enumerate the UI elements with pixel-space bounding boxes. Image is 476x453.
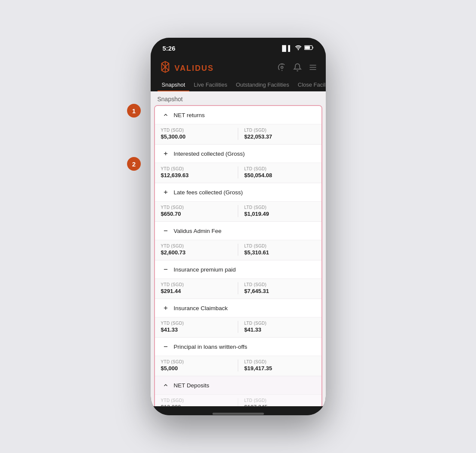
interest-ltd-label: LTD (SGD) (244, 166, 315, 171)
filter-icon[interactable] (278, 63, 286, 74)
svg-point-7 (281, 66, 283, 68)
claimback-header[interactable]: Insurance Claimback (155, 299, 321, 317)
annotation-1: 1 (127, 104, 141, 118)
minus-icon-principal (161, 342, 170, 351)
late-fees-ytd-value: $650.70 (161, 211, 232, 217)
net-deposits-ltd-value: $197,345 (244, 404, 315, 406)
admin-fee-values: YTD (SGD) $2,600.73 LTD (SGD) $5,310.61 (155, 240, 321, 260)
principal-ltd-value: $19,417.35 (244, 365, 315, 371)
insurance-ytd-label: YTD (SGD) (161, 282, 232, 287)
late-fees-ytd-label: YTD (SGD) (161, 205, 232, 210)
admin-fee-ltd-label: LTD (SGD) (244, 244, 315, 248)
net-deposits-ytd: YTD (SGD) $13,000 (161, 398, 239, 406)
status-time: 5:26 (163, 45, 176, 52)
admin-fee-label: Validus Admin Fee (174, 228, 222, 234)
insurance-premium-label: Insurance premium paid (174, 266, 236, 273)
interest-collected-header[interactable]: Interested collected (Gross) (155, 145, 321, 163)
net-deposits-ltd: LTD (SGD) $197,345 (238, 398, 315, 406)
principal-ytd-label: YTD (SGD) (161, 359, 232, 364)
plus-icon-latefees (161, 187, 170, 197)
late-fees-ltd-label: LTD (SGD) (244, 205, 315, 210)
late-fees-values: YTD (SGD) $650.70 LTD (SGD) $1,019.49 (155, 202, 321, 222)
battery-icon (304, 45, 314, 51)
menu-icon[interactable] (309, 63, 317, 74)
svg-point-0 (297, 49, 299, 50)
svg-rect-2 (312, 46, 313, 48)
principal-writeoffs-header[interactable]: Principal in loans written-offs (155, 338, 321, 356)
status-bar: 5:26 ▐▌▌ (151, 38, 326, 57)
principal-ltd-label: LTD (SGD) (244, 359, 315, 364)
home-indicator (151, 406, 326, 415)
net-returns-header[interactable]: NET returns (155, 106, 321, 124)
late-fees-ltd: LTD (SGD) $1,019.49 (238, 205, 315, 217)
admin-fee-header[interactable]: Validus Admin Fee (155, 222, 321, 240)
logo-text: VALIDUS (175, 64, 214, 73)
plus-icon-claimback (161, 303, 170, 313)
net-returns-ltd-label: LTD (SGD) (244, 128, 315, 133)
net-returns-ytd: YTD (SGD) $5,300.00 (161, 128, 239, 140)
net-returns-label: NET returns (174, 112, 205, 118)
late-fees-ltd-value: $1,019.49 (244, 211, 315, 217)
validus-logo-symbol (159, 61, 171, 76)
minus-icon-insurance (161, 265, 170, 274)
annotation-label: 1 (132, 107, 136, 115)
annotation-2: 2 (127, 157, 141, 171)
interest-collected-values: YTD (SGD) $12,639.63 LTD (SGD) $50,054.0… (155, 163, 321, 183)
tab-close-facilities[interactable]: Close Facili... (294, 79, 326, 91)
net-returns-values: YTD (SGD) $5,300.00 LTD (SGD) $22,053.37 (155, 124, 321, 145)
insurance-ytd: YTD (SGD) $291.44 (161, 282, 239, 294)
notification-icon[interactable] (293, 63, 302, 74)
claimback-ytd-label: YTD (SGD) (161, 321, 232, 326)
late-fees-header[interactable]: Late fees collected (Gross) (155, 183, 321, 202)
net-returns-ltd: LTD (SGD) $22,053.37 (238, 128, 315, 140)
insurance-ltd-label: LTD (SGD) (244, 282, 315, 287)
net-returns-ytd-label: YTD (SGD) (161, 128, 232, 133)
plus-icon-interest (161, 149, 170, 158)
nav-tabs: Snapshot Live Facilities Outstanding Fac… (151, 76, 326, 91)
interest-ytd-value: $12,639.63 (161, 172, 232, 178)
insurance-ytd-value: $291.44 (161, 288, 232, 294)
interest-ytd-label: YTD (SGD) (161, 166, 232, 171)
interest-ltd: LTD (SGD) $50,054.08 (238, 166, 315, 178)
principal-writeoffs-values: YTD (SGD) $5,000 LTD (SGD) $19,417.35 (155, 356, 321, 376)
header-icons (278, 63, 317, 74)
insurance-premium-header[interactable]: Insurance premium paid (155, 260, 321, 279)
net-returns-ytd-value: $5,300.00 (161, 133, 232, 140)
chevron-up-icon (161, 110, 170, 120)
logo-area: VALIDUS (159, 61, 214, 76)
page-content: Snapshot NET returns YTD (SGD) (151, 91, 326, 406)
claimback-values: YTD (SGD) $41.33 LTD (SGD) $41.33 (155, 317, 321, 338)
net-deposits-label: NET Deposits (174, 382, 209, 389)
home-bar (212, 413, 264, 415)
late-fees-label: Late fees collected (Gross) (174, 189, 243, 196)
interest-ltd-value: $50,054.08 (244, 172, 315, 178)
claimback-ltd-value: $41.33 (244, 326, 315, 333)
svg-rect-3 (305, 46, 310, 49)
claimback-label: Insurance Claimback (174, 305, 228, 311)
claimback-ytd: YTD (SGD) $41.33 (161, 321, 239, 333)
net-deposits-header[interactable]: NET Deposits (155, 376, 321, 395)
snapshot-highlight-box: NET returns YTD (SGD) $5,300.00 LTD (SGD… (154, 105, 322, 406)
page-title: Snapshot (151, 91, 326, 105)
principal-ytd: YTD (SGD) $5,000 (161, 359, 239, 371)
admin-fee-ytd-label: YTD (SGD) (161, 244, 232, 248)
admin-fee-ltd-value: $5,310.61 (244, 249, 315, 256)
tab-snapshot[interactable]: Snapshot (158, 79, 190, 91)
claimback-ltd: LTD (SGD) $41.33 (238, 321, 315, 333)
annotation-label: 2 (132, 160, 136, 168)
admin-fee-ltd: LTD (SGD) $5,310.61 (238, 244, 315, 256)
insurance-ltd-value: $7,645.31 (244, 288, 315, 294)
insurance-premium-values: YTD (SGD) $291.44 LTD (SGD) $7,645.31 (155, 279, 321, 299)
principal-writeoffs-label: Principal in loans written-offs (174, 344, 248, 350)
admin-fee-ytd: YTD (SGD) $2,600.73 (161, 244, 239, 256)
late-fees-ytd: YTD (SGD) $650.70 (161, 205, 239, 217)
minus-icon-adminfee (161, 226, 170, 236)
scroll-area[interactable]: Snapshot NET returns YTD (SGD) (151, 91, 326, 406)
tab-live-facilities[interactable]: Live Facilities (189, 79, 231, 91)
status-icons: ▐▌▌ (280, 45, 314, 51)
wifi-icon (295, 45, 302, 51)
net-deposits-ltd-label: LTD (SGD) (244, 398, 315, 403)
principal-ltd: LTD (SGD) $19,417.35 (238, 359, 315, 371)
tab-outstanding-facilities[interactable]: Outstanding Facilities (231, 79, 293, 91)
insurance-ltd: LTD (SGD) $7,645.31 (238, 282, 315, 294)
